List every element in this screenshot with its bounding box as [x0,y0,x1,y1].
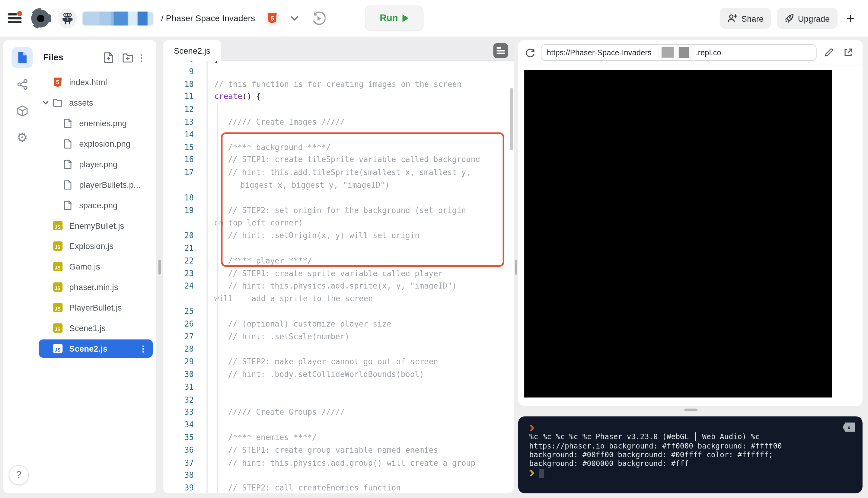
code-row: 15/**** background ****/ [163,141,514,154]
file-label: explosion.png [79,139,130,148]
file-label: Scene2.js [69,344,107,353]
code-text: // STEP2: make player cannot go out of s… [207,355,514,368]
code-row: on top left corner) [163,217,514,230]
file-row[interactable]: playerBullets.p... [35,174,154,195]
game-preview-frame[interactable] [524,70,832,397]
line-number: 35 [163,431,207,444]
code-text: // STEP2: call createEnemies function [207,482,514,493]
help-button[interactable]: ? [9,465,29,485]
html5-icon: 5 [268,13,276,23]
file-row[interactable]: assets [35,92,154,113]
file-row[interactable]: JSphaser.min.js [35,277,154,297]
js-file-icon: JS [53,241,63,251]
rail-files-button[interactable] [12,47,33,68]
file-row[interactable]: JSExplosion.js [35,236,154,256]
console-panel[interactable]: %c %c %c %c %c Phaser v3.23.0 (WebGL │ W… [518,416,863,493]
file-row[interactable]: 5index.html [35,72,154,92]
file-file-icon [63,180,73,189]
upgrade-button[interactable]: Upgrade [777,8,838,29]
run-button-label: Run [380,13,398,24]
code-text: // STEP1: create sprite variable called … [207,267,514,280]
line-number: 22 [163,254,207,267]
file-row[interactable]: space.png [35,195,154,215]
code-text [207,381,514,393]
file-row[interactable]: JSScene1.js [35,318,154,338]
file-label: Explosion.js [69,241,114,251]
file-row[interactable]: JSEnemyBullet.js [35,215,154,236]
preview-url-row: https://Phaser-Space-Invaders .repl.co [518,40,863,65]
code-text [207,128,514,141]
new-tab-plus-button[interactable]: + [843,11,858,26]
code-text: ///// Create Groups ///// [207,406,514,419]
edit-url-pencil-icon[interactable] [821,45,836,60]
url-input[interactable]: https://Phaser-Space-Invaders .repl.co [541,44,817,61]
share-button-label: Share [741,14,764,23]
console-text: background: #00ff00 background: #00ffff … [529,450,773,460]
line-number: 31 [163,381,207,393]
line-number: 15 [163,141,207,154]
chevron-down-icon[interactable] [291,16,299,21]
editor-output-toggle-icon[interactable] [493,43,508,58]
avatar[interactable] [58,9,77,28]
console-cursor [539,469,544,477]
add-file-icon[interactable] [102,51,115,64]
tab-scene2-js[interactable]: Scene2.js [163,40,221,62]
run-button[interactable]: Run [365,5,423,31]
share-button[interactable]: Share [720,8,772,29]
code-row: 28 [163,343,514,355]
file-file-icon [63,159,73,169]
code-text: biggest x, biggest y, "imageID") [207,179,514,191]
hamburger-menu-icon[interactable] [8,13,22,24]
rail-packages-button[interactable] [12,100,33,121]
editor-scrollbar-thumb[interactable] [510,88,513,150]
line-number: 33 [163,406,207,419]
open-external-icon[interactable] [841,45,856,60]
file-label: index.html [69,78,107,87]
code-text: // STEP1: create tileSprite variable cal… [207,154,514,166]
line-number: 36 [163,444,207,457]
sidebar-resize-handle[interactable] [158,260,161,275]
code-text: create() { [207,91,514,103]
code-row: 25 [163,305,514,318]
file-label: playerBullets.p... [79,180,140,189]
code-row: 30// hint: .body.setCollideWorldBounds(b… [163,368,514,381]
file-row[interactable]: JSScene2.js⋮ [39,339,153,358]
add-folder-icon[interactable] [121,51,135,64]
code-text [207,305,514,318]
tab-label: Scene2.js [174,46,210,55]
file-row[interactable]: enemies.png [35,113,154,133]
rail-version-control-button[interactable] [12,74,33,95]
file-row[interactable]: JSGame.js [35,256,154,277]
kebab-icon[interactable]: ⋮ [139,343,147,353]
code-row: 11create() { [163,91,514,103]
console-resize-handle[interactable] [684,409,697,411]
code-text [207,393,514,406]
line-number: 34 [163,419,207,431]
line-number: 14 [163,128,207,141]
editor-resize-handle[interactable] [515,260,517,275]
header-divider [118,53,119,62]
js-icon: JS [53,221,62,230]
js-icon: JS [53,282,62,291]
file-row[interactable]: explosion.png [35,133,154,154]
history-icon[interactable] [312,12,325,25]
sidebar-card: ⚙ ? Files ⋮ 5index.htmlassetsenemies.png… [3,40,156,493]
html5-icon: 5 [53,78,62,87]
code-editor[interactable]: 8}910// this function is for creating im… [163,61,514,494]
files-menu-kebab-icon[interactable]: ⋮ [135,52,148,64]
code-text [207,65,514,78]
gutter-border [207,61,207,494]
file-row[interactable]: player.png [35,154,154,174]
console-text: background: #000000 background: #fff [529,460,689,469]
rail-settings-button[interactable]: ⚙ [12,127,33,148]
file-row[interactable]: JSPlayerBullet.js [35,297,154,318]
refresh-icon[interactable] [525,47,536,58]
notification-dot [17,11,22,16]
line-number: 27 [163,330,207,343]
code-rows: 8}910// this function is for creating im… [163,61,514,494]
replit-logo[interactable] [29,7,52,29]
username-redacted[interactable] [82,12,153,25]
code-row: 33///// Create Groups ///// [163,406,514,419]
upgrade-button-label: Upgrade [798,14,830,23]
code-row: 35/**** enemies ****/ [163,431,514,444]
